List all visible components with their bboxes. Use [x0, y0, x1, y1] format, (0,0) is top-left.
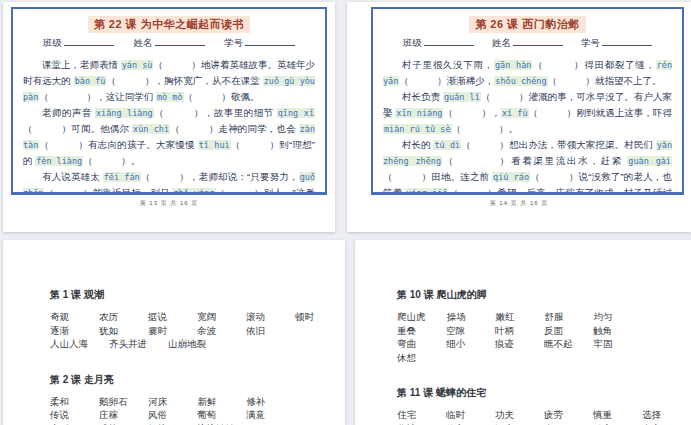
pinyin-chip: mò mò	[156, 92, 184, 102]
pinyin-chip: miàn rú tǔ sè	[383, 124, 452, 134]
student-info-row: 班级姓名学号	[23, 36, 315, 50]
wordlist-page-lessons1-2[interactable]: 第 1 课 观潮奇观农历据说宽阔滚动顿时逐渐犹如霎时余波依旧人山人海齐头并进山崩…	[3, 240, 345, 425]
word-row: 奇观农历据说宽阔滚动顿时	[50, 310, 339, 324]
blank-line	[424, 36, 474, 46]
pinyin-chip: bào fù	[74, 76, 107, 86]
vocabulary-word: 宽阔	[197, 310, 225, 324]
body-text: （ ）就指望不上了。	[548, 75, 662, 86]
body-text: （ ），胸怀宽广，从不在课堂	[106, 75, 262, 86]
worksheet-page-lesson22[interactable]: 第 22 课 为中华之崛起而读书 班级姓名学号 课堂上，老师表情 yán sù（…	[3, 2, 335, 232]
field-label: 学号	[224, 37, 243, 48]
lesson-title: 第 1 课 观潮	[50, 288, 339, 302]
word-row: 人山人海齐头并进山崩地裂	[50, 337, 339, 351]
word-row: 休想	[397, 351, 685, 365]
vocabulary-word: 优良	[446, 422, 474, 425]
vocabulary-word: 住址	[397, 422, 425, 425]
vocabulary-word: 空隙	[446, 324, 474, 338]
body-text: （ ），这让同学们	[39, 91, 156, 102]
vocabulary-word: 成熟	[99, 422, 127, 425]
worksheet-body: 课堂上，老师表情 yán sù（ ）地讲着英雄故事。英雄年少时有远大的 bào …	[23, 57, 315, 195]
page-number-footer: 第 14 页 共 16 页	[347, 199, 691, 208]
worksheet-border-box: 第 22 课 为中华之崛起而读书 班级姓名学号 课堂上，老师表情 yán sù（…	[11, 7, 327, 195]
vocabulary-word: 专家	[642, 422, 670, 425]
word-row: 住宅临时功夫疲劳慎重选择	[397, 408, 685, 422]
paragraph: 有人说英雄太 fēi fán（ ），老师却说：“只要努力，guǒ zhēn（ ）…	[23, 169, 315, 195]
word-row: 柔和鹅卵石河床新鲜修补	[50, 395, 339, 409]
blank-line	[602, 36, 652, 46]
lesson-section: 第 1 课 观潮奇观农历据说宽阔滚动顿时逐渐犹如霎时余波依旧人山人海齐头并进山崩…	[50, 288, 339, 351]
vocabulary-word: 触角	[593, 324, 621, 338]
header-field: 学号	[581, 36, 652, 50]
vocabulary-word: 细小	[446, 337, 474, 351]
vocabulary-word: 舒服	[545, 310, 573, 324]
vocabulary-word: 招待	[148, 422, 176, 425]
vocabulary-word: 重叠	[397, 324, 425, 338]
body-text: （ ）得田都裂了缝，	[532, 59, 655, 70]
pinyin-chip: yíng jiē	[405, 188, 448, 195]
vocabulary-word: 霎时	[148, 324, 176, 338]
body-text: （ ）有志向的孩子。大家慢慢	[39, 139, 197, 150]
paragraph: 老师的声音 xiǎng liàng（ ），故事里的细节 qīng xī（ ）可闻…	[23, 105, 315, 169]
word-row: 传说庄稼风俗葡萄满意	[50, 408, 339, 422]
vocabulary-word: 弯曲	[397, 337, 425, 351]
pinyin-chip: xùn chì	[132, 124, 170, 134]
vocabulary-word: 奇观	[50, 310, 78, 324]
pinyin-chip: xí fù	[501, 108, 529, 118]
vocabulary-word: 叶柄	[495, 324, 523, 338]
wordlist-page-lessons10-11[interactable]: 第 10 课 爬山虎的脚爬山虎操场嫩红舒服均匀重叠空隙叶柄反面触角弯曲细小痕迹瞧…	[355, 240, 691, 425]
field-label: 姓名	[492, 37, 511, 48]
field-label: 姓名	[134, 37, 153, 48]
vocabulary-word: 爬山虎	[397, 310, 426, 324]
paragraph: 村子里很久没下雨，gān hàn（ ）得田都裂了缝，rén yān（ ）渐渐稀少…	[383, 57, 672, 89]
body-text: 村子里很久没下雨，	[402, 59, 494, 70]
vocabulary-word: 坑坑洼洼	[197, 422, 235, 425]
vocabulary-word: 均匀	[594, 310, 622, 324]
vocabulary-word: 满意	[246, 408, 274, 422]
vocabulary-word: 牢固	[594, 337, 622, 351]
blank-line	[64, 36, 114, 46]
vocabulary-word: 休想	[397, 351, 425, 365]
body-text: （ ），故事里的细节	[154, 107, 277, 118]
vocabulary-word: 大厅	[544, 422, 572, 425]
wordlist-content: 第 1 课 观潮奇观农历据说宽阔滚动顿时逐渐犹如霎时余波依旧人山人海齐头并进山崩…	[3, 240, 345, 425]
pinyin-chip: zhǐ wàng	[172, 188, 215, 195]
pinyin-chip: guǎn lǐ	[443, 92, 481, 102]
student-info-row: 班级姓名学号	[383, 36, 672, 50]
body-text: （ ）刚到就遇上这事，吓得	[529, 107, 672, 118]
vocabulary-word: 反面	[544, 324, 572, 338]
vocabulary-word: 齐头并进	[109, 337, 147, 351]
body-text: （ ），	[443, 107, 500, 118]
body-text: （ ）能靠近目标，别只	[44, 187, 172, 195]
pinyin-chip: qīng xī	[277, 108, 315, 118]
vocabulary-word: 选择	[642, 408, 670, 422]
pinyin-chip: tǐ huì	[198, 140, 231, 150]
vocabulary-word: 传说	[50, 408, 78, 422]
body-text: 村长的	[402, 139, 433, 150]
pinyin-chip: fèn liàng	[35, 156, 83, 166]
vocabulary-word: 新鲜	[198, 395, 226, 409]
worksheet-title-row: 第 22 课 为中华之崛起而读书	[23, 14, 315, 33]
paragraph: 课堂上，老师表情 yán sù（ ）地讲着英雄故事。英雄年少时有远大的 bào …	[23, 57, 315, 105]
page-number-footer: 第 13 页 共 16 页	[3, 199, 335, 208]
body-text: （ ）走神的同学，也会	[170, 123, 299, 134]
vocabulary-word: 瞧不起	[544, 337, 573, 351]
lesson-title: 第 10 课 爬山虎的脚	[397, 288, 685, 302]
vocabulary-word: 逐渐	[50, 324, 78, 338]
header-field: 学号	[224, 36, 295, 50]
worksheet-page-lesson26[interactable]: 第 26 课 西门豹治邺 班级姓名学号 村子里很久没下雨，gān hàn（ ）得…	[347, 2, 691, 232]
body-text: （ ）敬佩。	[184, 91, 260, 102]
wordlist-content: 第 10 课 爬山虎的脚爬山虎操场嫩红舒服均匀重叠空隙叶柄反面触角弯曲细小痕迹瞧…	[355, 240, 691, 425]
pinyin-chip: fēi fán	[103, 172, 141, 182]
body-text: （ ）想出办法，带领大家挖渠。村民们	[461, 139, 656, 150]
vocabulary-word: 庄稼	[99, 408, 127, 422]
header-field: 班级	[403, 36, 474, 50]
header-field: 班级	[43, 36, 114, 50]
pinyin-chip: qiú ráo	[492, 172, 530, 182]
vocabulary-word: 柔和	[50, 395, 78, 409]
paragraph: 村长负责 guǎn lǐ（ ）灌溉的事，可水早没了。有户人家娶 xīn nián…	[383, 89, 672, 137]
header-field: 姓名	[492, 36, 563, 50]
vocabulary-word: 农历	[99, 310, 127, 324]
body-text: （ ）。	[83, 155, 140, 166]
body-text: （ ）可闻。他偶尔	[23, 123, 132, 134]
worksheet-border-box: 第 26 课 西门豹治邺 班级姓名学号 村子里很久没下雨，gān hàn（ ）得…	[371, 7, 684, 195]
